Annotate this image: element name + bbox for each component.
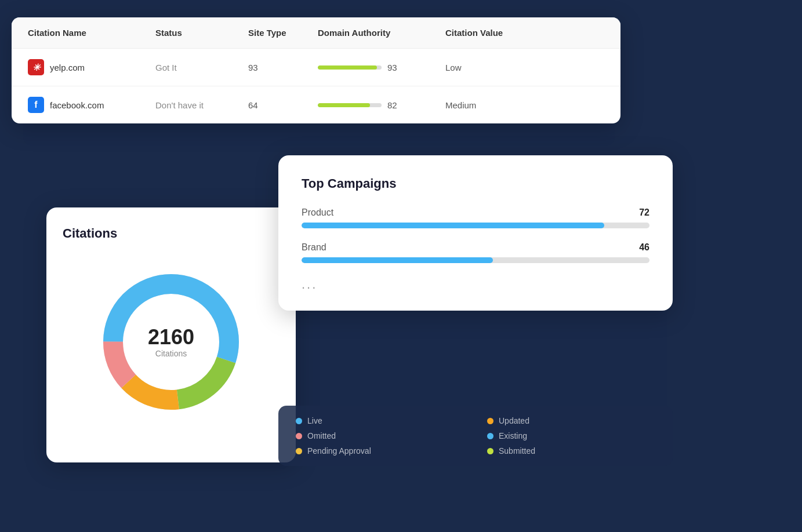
- header-status: Status: [155, 28, 248, 38]
- da-cell-yelp: 93: [318, 63, 445, 72]
- da-bar-wrap-yelp: [318, 65, 382, 70]
- campaign-bar-fill-product: [302, 223, 604, 228]
- da-number-yelp: 93: [387, 63, 401, 72]
- da-bar-fill-yelp: [318, 65, 377, 70]
- campaign-label-product: Product: [302, 207, 333, 218]
- legend-item-omitted: Omitted: [296, 431, 464, 440]
- campaign-bar-fill-brand: [302, 257, 493, 263]
- site-name-yelp: ✳ yelp.com: [28, 59, 155, 75]
- facebook-icon: f: [28, 97, 44, 113]
- campaign-value-product: 72: [639, 207, 649, 218]
- legend-dot-omitted: [296, 433, 302, 439]
- da-bar-wrap-facebook: [318, 103, 382, 107]
- legend-card: Live Updated Omitted Existing Pending Ap…: [278, 406, 673, 466]
- campaign-value-brand: 46: [639, 242, 649, 253]
- campaigns-title: Top Campaigns: [302, 176, 649, 191]
- legend-item-updated: Updated: [487, 416, 655, 425]
- legend-dot-pending: [296, 448, 302, 454]
- table-row: f facebook.com Don't have it 64 82 Mediu…: [12, 86, 620, 123]
- legend-label-live: Live: [307, 416, 322, 425]
- campaign-bar-wrap-product: [302, 223, 649, 228]
- campaign-label-row-brand: Brand 46: [302, 242, 649, 253]
- legend-dot-submitted: [487, 448, 493, 454]
- yelp-icon: ✳: [28, 59, 44, 75]
- legend-label-submitted: Submitted: [499, 446, 535, 456]
- campaign-more: ...: [302, 277, 649, 292]
- campaign-row-brand: Brand 46: [302, 242, 649, 263]
- legend-dot-live: [296, 418, 302, 424]
- donut-center: 2160 Citations: [148, 326, 194, 358]
- campaign-bar-wrap-brand: [302, 257, 649, 263]
- header-domain-authority: Domain Authority: [318, 28, 445, 38]
- citation-table-card: Citation Name Status Site Type Domain Au…: [12, 17, 620, 123]
- legend-label-pending: Pending Approval: [307, 446, 371, 456]
- site-type-yelp: 93: [248, 63, 318, 72]
- donut-center-number: 2160: [148, 326, 194, 349]
- table-header: Citation Name Status Site Type Domain Au…: [12, 17, 620, 49]
- legend-label-omitted: Omitted: [307, 431, 336, 440]
- campaign-row-product: Product 72: [302, 207, 649, 228]
- campaign-label-row-product: Product 72: [302, 207, 649, 218]
- citations-donut-card: Citations 2160 Citations: [46, 207, 296, 462]
- da-bar-fill-facebook: [318, 103, 370, 107]
- header-citation-name: Citation Name: [28, 28, 155, 38]
- legend-dot-updated: [487, 418, 493, 424]
- legend-label-existing: Existing: [499, 431, 527, 440]
- header-citation-value: Citation Value: [445, 28, 550, 38]
- legend-item-live: Live: [296, 416, 464, 425]
- citations-card-title: Citations: [63, 226, 280, 241]
- citation-value-facebook: Medium: [445, 100, 550, 110]
- campaign-label-brand: Brand: [302, 242, 326, 253]
- top-campaigns-card: Top Campaigns Product 72 Brand 46 ...: [278, 155, 673, 311]
- da-cell-facebook: 82: [318, 100, 445, 110]
- donut-center-label: Citations: [148, 349, 194, 358]
- citation-value-yelp: Low: [445, 63, 550, 72]
- legend-label-updated: Updated: [499, 416, 529, 425]
- legend-item-submitted: Submitted: [487, 446, 655, 456]
- legend-dot-existing: [487, 433, 493, 439]
- site-type-facebook: 64: [248, 100, 318, 110]
- site-name-facebook: f facebook.com: [28, 97, 155, 113]
- legend-item-pending: Pending Approval: [296, 446, 464, 456]
- header-site-type: Site Type: [248, 28, 318, 38]
- legend-item-existing: Existing: [487, 431, 655, 440]
- status-got-it: Got It: [155, 63, 248, 72]
- donut-container: 2160 Citations: [63, 255, 280, 429]
- status-dont-have-it: Don't have it: [155, 100, 248, 110]
- table-row: ✳ yelp.com Got It 93 93 Low: [12, 49, 620, 86]
- da-number-facebook: 82: [387, 100, 401, 110]
